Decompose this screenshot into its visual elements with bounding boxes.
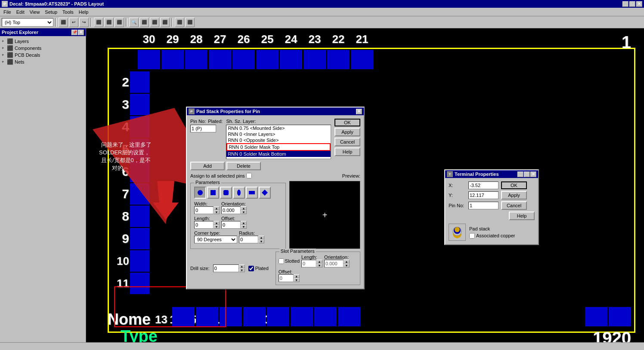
- pin-no-input[interactable]: [190, 125, 216, 132]
- menu-help[interactable]: Help: [76, 9, 91, 15]
- toolbar-btn-2[interactable]: ↩: [69, 18, 78, 27]
- layer-item-3[interactable]: RNN 0 Solder Mask Top: [226, 143, 331, 151]
- vert-num-7: 7: [108, 187, 129, 201]
- slot-offset-down[interactable]: ▼: [294, 278, 300, 282]
- menu-view[interactable]: View: [27, 9, 43, 15]
- x-input[interactable]: [468, 181, 498, 189]
- terminal-ok-button[interactable]: OK: [501, 181, 527, 189]
- num-28: 28: [185, 33, 207, 46]
- sidebar-item-components[interactable]: + ⬛ Components: [2, 45, 84, 52]
- plated-checkbox[interactable]: [248, 266, 254, 271]
- bot-pad-14: [196, 307, 218, 326]
- sidebar-item-layers[interactable]: + ⬛ Layers: [2, 38, 84, 45]
- toolbar-btn-5[interactable]: ⬛: [104, 18, 114, 27]
- width-down-btn[interactable]: ▼: [214, 210, 220, 214]
- length-label: Length:: [194, 216, 220, 221]
- toolbar-btn-zoom-out[interactable]: ⬛: [139, 18, 149, 27]
- terminal-maximize-btn[interactable]: □: [524, 172, 530, 177]
- drill-up-btn[interactable]: ▲: [239, 264, 245, 268]
- radius-down-btn[interactable]: ▼: [258, 239, 264, 243]
- pad-stack-icon-box: [449, 224, 466, 241]
- toolbar-btn-zoom-area[interactable]: ⬛: [160, 18, 170, 27]
- toolbar-btn-zoom-in[interactable]: 🔍: [129, 18, 139, 27]
- slotted-checkbox[interactable]: [279, 258, 284, 264]
- toolbar-btn-1[interactable]: ⬛: [59, 18, 68, 27]
- radius-up-btn[interactable]: ▲: [258, 236, 264, 239]
- minimize-button[interactable]: _: [622, 1, 629, 7]
- pad-stack-close-button[interactable]: ✕: [356, 109, 362, 114]
- sidebar-item-pcb-decals[interactable]: + ⬛ PCB Decals: [2, 52, 84, 58]
- terminal-apply-button[interactable]: Apply: [501, 191, 527, 200]
- sidebar-header: Project Explorer 📌 ✕: [0, 28, 86, 36]
- orientation-input[interactable]: [221, 206, 241, 214]
- length-up-btn[interactable]: ▲: [214, 221, 220, 225]
- menu-tools[interactable]: Tools: [60, 9, 76, 15]
- terminal-help-button[interactable]: Help: [509, 212, 535, 220]
- corner-type-select[interactable]: 90 Degrees 45 Degrees Round: [194, 236, 237, 243]
- slot-orient-down[interactable]: ▼: [344, 264, 350, 267]
- rect-icon: [248, 189, 255, 196]
- slot-offset-up[interactable]: ▲: [294, 274, 300, 278]
- close-button[interactable]: ✕: [636, 1, 642, 7]
- layer-listbox[interactable]: RNN 0.75 <Mounted Side> RNN 0 <Inner Lay…: [226, 125, 331, 159]
- sidebar-item-nets[interactable]: + ⬛ Nets: [2, 58, 84, 65]
- menu-file[interactable]: File: [1, 9, 14, 15]
- terminal-minimize-btn[interactable]: _: [517, 172, 523, 177]
- length-input[interactable]: [194, 221, 214, 229]
- sidebar-pin-button[interactable]: 📌: [71, 30, 77, 35]
- menu-setup[interactable]: Setup: [42, 9, 60, 15]
- layer-item-4[interactable]: RNN 0 Solder Mask Bottom: [226, 151, 331, 157]
- radius-input[interactable]: [239, 236, 258, 243]
- help-button[interactable]: Help: [334, 147, 360, 156]
- offset-input[interactable]: [221, 221, 241, 229]
- length-down-btn[interactable]: ▼: [214, 225, 220, 229]
- toolbar-btn-6[interactable]: ⬛: [115, 18, 124, 27]
- shape-round-sq-btn[interactable]: [220, 187, 232, 199]
- assign-checkbox[interactable]: [246, 173, 252, 178]
- drill-input[interactable]: [213, 264, 239, 272]
- delete-button[interactable]: Delete: [226, 162, 261, 170]
- offset-down-btn[interactable]: ▼: [241, 225, 247, 229]
- terminal-close-btn[interactable]: ✕: [530, 172, 536, 177]
- expand-icon-layers: +: [2, 39, 7, 43]
- width-up-btn[interactable]: ▲: [214, 206, 220, 210]
- toolbar-btn-zoom-fit[interactable]: ⬛: [150, 18, 159, 27]
- layer-item-2[interactable]: RNN 0 <Opposite Side>: [226, 137, 331, 143]
- y-input[interactable]: [468, 191, 498, 199]
- shape-circle-btn[interactable]: [194, 187, 206, 199]
- cancel-button[interactable]: Cancel: [334, 138, 360, 146]
- slot-orient-up[interactable]: ▲: [344, 260, 350, 264]
- orientation-down-btn[interactable]: ▼: [241, 210, 247, 214]
- shape-rect-btn[interactable]: [246, 187, 258, 199]
- apply-button[interactable]: Apply: [334, 128, 360, 136]
- add-button[interactable]: Add: [190, 162, 225, 170]
- slot-length-down[interactable]: ▼: [316, 264, 322, 267]
- shape-square-btn[interactable]: [207, 187, 219, 199]
- toolbar-btn-snap[interactable]: ⬛: [185, 18, 195, 27]
- offset-up-btn[interactable]: ▲: [241, 221, 247, 225]
- layer-item-1[interactable]: RNN 0 <Inner Layers>: [226, 131, 331, 137]
- orientation-up-btn[interactable]: ▲: [241, 206, 247, 210]
- slot-offset-input[interactable]: [279, 274, 294, 282]
- maximize-button[interactable]: □: [629, 1, 635, 7]
- slot-orient-input[interactable]: [324, 260, 344, 267]
- layer-select[interactable]: (H) Top: [2, 18, 53, 27]
- layer-item-0[interactable]: RNN 0.75 <Mounted Side>: [226, 125, 331, 131]
- assoc-copper-checkbox[interactable]: [469, 233, 475, 239]
- toolbar-btn-4[interactable]: ⬛: [94, 18, 103, 27]
- terminal-cancel-button[interactable]: Cancel: [501, 201, 527, 210]
- shape-oval-btn[interactable]: [233, 187, 245, 199]
- width-input[interactable]: [194, 206, 214, 214]
- toolbar-btn-grid[interactable]: ⬛: [175, 18, 184, 27]
- drill-down-btn[interactable]: ▼: [239, 268, 245, 272]
- menu-edit[interactable]: Edit: [14, 9, 27, 15]
- sidebar-close-button[interactable]: ✕: [78, 30, 84, 35]
- toolbar-btn-3[interactable]: ↪: [79, 18, 89, 27]
- ok-button[interactable]: OK: [334, 119, 360, 126]
- right-bot-pad-1: [585, 307, 607, 326]
- terminal-dialog: T Terminal Properties _ □ ✕ X: OK Y:: [444, 169, 539, 245]
- terminal-pin-no-input[interactable]: [468, 202, 498, 209]
- slot-length-input[interactable]: [301, 260, 316, 267]
- slot-length-up[interactable]: ▲: [316, 260, 322, 264]
- shape-custom-btn[interactable]: [259, 187, 271, 199]
